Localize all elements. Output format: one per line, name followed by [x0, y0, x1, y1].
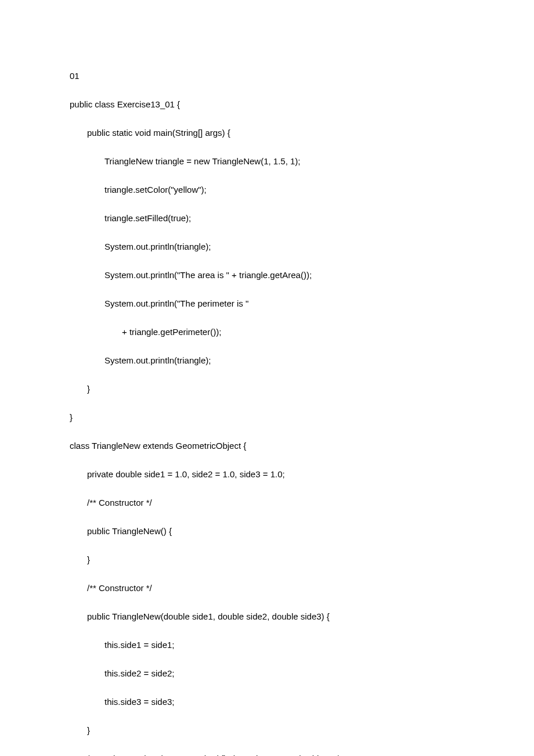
code-line: System.out.println(triangle); [70, 354, 464, 366]
code-line: triangle.setColor("yellow"); [70, 183, 464, 196]
code-line: } [70, 411, 464, 423]
code-line: } [70, 724, 464, 736]
code-line: } [70, 383, 464, 395]
code-line: /** Implement the abstract method findAr… [70, 753, 464, 756]
code-line: System.out.println("The perimeter is " [70, 297, 464, 309]
code-line: + triangle.getPerimeter()); [70, 326, 464, 338]
code-line: /** Constructor */ [70, 496, 464, 509]
code-line: this.side1 = side1; [70, 639, 464, 651]
code-line: this.side2 = side2; [70, 667, 464, 679]
code-line: /** Constructor */ [70, 582, 464, 594]
code-line: triangle.setFilled(true); [70, 212, 464, 224]
code-line: private double side1 = 1.0, side2 = 1.0,… [70, 468, 464, 480]
code-line: public TriangleNew(double side1, double … [70, 610, 464, 622]
code-line: TriangleNew triangle = new TriangleNew(1… [70, 155, 464, 167]
code-line: public class Exercise13_01 { [70, 98, 464, 110]
code-line: System.out.println(triangle); [70, 240, 464, 253]
document-page: 01 public class Exercise13_01 { public s… [0, 0, 534, 756]
code-line: this.side3 = side3; [70, 696, 464, 708]
code-line: public TriangleNew() { [70, 525, 464, 537]
code-line: public static void main(String[] args) { [70, 127, 464, 139]
code-line: 01 [70, 70, 464, 82]
code-line: System.out.println("The area is " + tria… [70, 269, 464, 281]
code-line: class TriangleNew extends GeometricObjec… [70, 440, 464, 452]
code-line: } [70, 553, 464, 566]
